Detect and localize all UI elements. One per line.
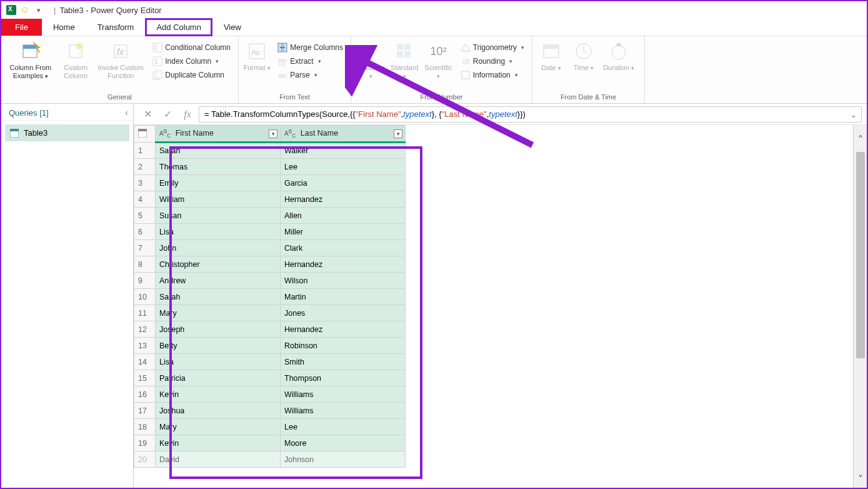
column-header-last-name[interactable]: ABC Last Name ▾ (281, 126, 406, 143)
cell-first-name[interactable]: Sarah (156, 143, 281, 159)
table-row[interactable]: 11MaryJones (134, 305, 406, 321)
table-row[interactable]: 17JoshuaWilliams (134, 403, 406, 419)
cell-last-name[interactable]: Johnson (281, 451, 406, 468)
cell-first-name[interactable]: Christopher (156, 256, 281, 273)
scroll-down-icon[interactable]: ˅ (858, 473, 863, 485)
table-row[interactable]: 12JosephHernandez (134, 321, 406, 338)
cell-first-name[interactable]: William (156, 191, 281, 208)
standard-button[interactable]: Standard ▾ (389, 39, 420, 80)
extract-button[interactable]: ABC123Extract▾ (274, 55, 347, 68)
cell-last-name[interactable]: Thompson (281, 370, 406, 386)
cell-first-name[interactable]: Susan (156, 208, 281, 224)
table-row[interactable]: 13BettyRobinson (134, 338, 406, 354)
table-row[interactable]: 14LisaSmith (134, 354, 406, 370)
cell-last-name[interactable]: Martin (281, 289, 406, 305)
cell-last-name[interactable]: Williams (281, 386, 406, 403)
table-row[interactable]: 19KevinMoore (134, 435, 406, 451)
table-row[interactable]: 5SusanAllen (134, 208, 406, 224)
table-row[interactable]: 15PatriciaThompson (134, 370, 406, 386)
date-button[interactable]: Date ▾ (536, 39, 566, 72)
expand-formula-icon[interactable]: ⌄ (850, 109, 857, 119)
cell-first-name[interactable]: Joseph (156, 321, 281, 338)
table-row[interactable]: 7JohnClark (134, 240, 406, 256)
cell-first-name[interactable]: Kevin (156, 435, 281, 451)
tab-home[interactable]: Home (42, 19, 86, 36)
cell-last-name[interactable]: Miller (281, 224, 406, 240)
parse-button[interactable]: abcParse▾ (274, 69, 347, 81)
filter-first-name-icon[interactable]: ▾ (269, 129, 277, 138)
cancel-formula-icon[interactable]: ✕ (139, 106, 156, 123)
format-button[interactable]: AB Format ▾ (242, 39, 271, 72)
table-row[interactable]: 10SarahMartin (134, 289, 406, 305)
collapse-queries-icon[interactable]: ‹ (125, 108, 128, 118)
table-row[interactable]: 4WilliamHernandez (134, 191, 406, 208)
cell-first-name[interactable]: Lisa (156, 354, 281, 370)
conditional-column-button[interactable]: Conditional Column (149, 41, 234, 54)
rounding-button[interactable]: .00Rounding▾ (457, 55, 528, 68)
custom-column-button[interactable]: Custom Column (59, 39, 93, 80)
tab-transform[interactable]: Transform (86, 19, 146, 36)
trigonometry-button[interactable]: Trigonometry▾ (457, 41, 528, 54)
tab-file[interactable]: File (1, 19, 42, 36)
cell-first-name[interactable]: Thomas (156, 159, 281, 175)
vertical-scrollbar[interactable]: ˄ ˅ (853, 125, 867, 489)
fx-icon[interactable]: fx (179, 106, 196, 123)
cell-last-name[interactable]: Williams (281, 403, 406, 419)
cell-last-name[interactable]: Lee (281, 159, 406, 175)
cell-first-name[interactable]: Andrew (156, 273, 281, 289)
cell-first-name[interactable]: David (156, 451, 281, 468)
table-row[interactable]: 2ThomasLee (134, 159, 406, 175)
duplicate-column-button[interactable]: Duplicate Column (149, 69, 234, 81)
scroll-thumb[interactable] (856, 152, 865, 358)
cell-first-name[interactable]: Lisa (156, 224, 281, 240)
invoke-custom-function-button[interactable]: fx Invoke Custom Function (95, 39, 146, 80)
tab-add-column[interactable]: Add Column (145, 18, 212, 36)
table-row[interactable]: 8ChristopherHernandez (134, 256, 406, 273)
cell-first-name[interactable]: Emily (156, 175, 281, 191)
data-grid[interactable]: ABC First Name ▾ ABC Last Name ▾ 1SarahW… (134, 125, 853, 489)
cell-first-name[interactable]: John (156, 240, 281, 256)
cell-first-name[interactable]: Kevin (156, 386, 281, 403)
scroll-up-icon[interactable]: ˄ (858, 134, 863, 146)
cell-first-name[interactable]: Patricia (156, 370, 281, 386)
scientific-button[interactable]: 10² Scientific ▾ (423, 39, 454, 80)
cell-last-name[interactable]: Lee (281, 419, 406, 435)
filter-last-name-icon[interactable]: ▾ (394, 129, 402, 138)
cell-last-name[interactable]: Jones (281, 305, 406, 321)
column-from-examples-button[interactable]: Column From Examples ▾ (5, 39, 56, 80)
query-item-table3[interactable]: Table3 (5, 124, 129, 141)
merge-columns-button[interactable]: Merge Columns (274, 41, 347, 54)
cell-last-name[interactable]: Garcia (281, 175, 406, 191)
column-header-first-name[interactable]: ABC First Name ▾ (156, 126, 281, 143)
table-row[interactable]: 6LisaMiller (134, 224, 406, 240)
cell-last-name[interactable]: Hernandez (281, 256, 406, 273)
time-button[interactable]: Time ▾ (569, 39, 599, 72)
cell-last-name[interactable]: Robinson (281, 338, 406, 354)
cell-first-name[interactable]: Mary (156, 305, 281, 321)
table-row[interactable]: 16KevinWilliams (134, 386, 406, 403)
table-row[interactable]: 18MaryLee (134, 419, 406, 435)
cell-first-name[interactable]: Betty (156, 338, 281, 354)
cell-first-name[interactable]: Mary (156, 419, 281, 435)
cell-last-name[interactable]: Walker (281, 143, 406, 159)
commit-formula-icon[interactable]: ✓ (159, 106, 176, 123)
feedback-icon[interactable]: ☺ (19, 4, 31, 16)
cell-last-name[interactable]: Hernandez (281, 321, 406, 338)
cell-last-name[interactable]: Clark (281, 240, 406, 256)
table-row[interactable]: 9AndrewWilson (134, 273, 406, 289)
formula-bar[interactable]: = Table.TransformColumnTypes(Source,{{"F… (199, 106, 862, 123)
cell-last-name[interactable]: Moore (281, 435, 406, 451)
table-row[interactable]: 20DavidJohnson (134, 451, 406, 468)
tab-view[interactable]: View (212, 19, 252, 36)
cell-last-name[interactable]: Hernandez (281, 191, 406, 208)
cell-last-name[interactable]: Wilson (281, 273, 406, 289)
select-all-corner[interactable] (134, 126, 156, 143)
duration-button[interactable]: Duration ▾ (601, 39, 636, 72)
cell-last-name[interactable]: Smith (281, 354, 406, 370)
cell-first-name[interactable]: Sarah (156, 289, 281, 305)
index-column-button[interactable]: 1Index Column▾ (149, 55, 234, 68)
statistics-button[interactable]: Σx̄ Statistics ▾ (355, 39, 386, 80)
table-row[interactable]: 1SarahWalker (134, 143, 406, 159)
information-button[interactable]: Information▾ (457, 69, 528, 81)
table-row[interactable]: 3EmilyGarcia (134, 175, 406, 191)
